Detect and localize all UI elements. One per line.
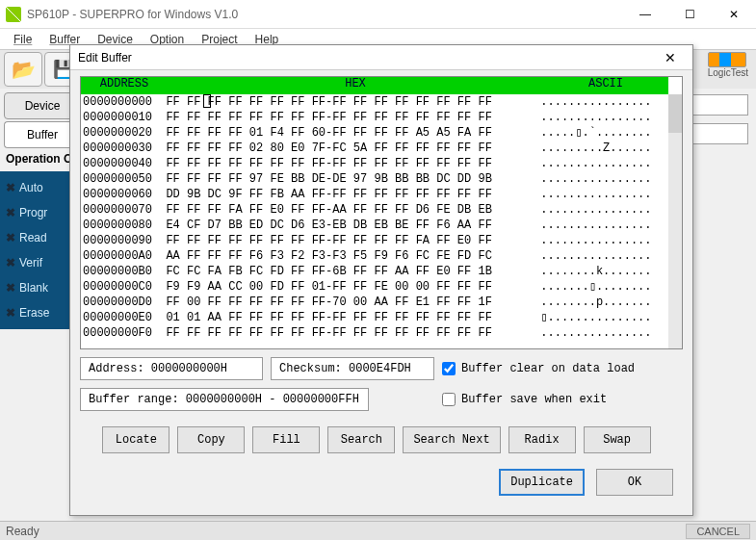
scrollbar[interactable] [668, 94, 682, 348]
copy-button[interactable]: Copy [177, 426, 245, 453]
ok-button[interactable]: OK [596, 469, 673, 496]
locate-button[interactable]: Locate [102, 426, 169, 453]
scrollbar-thumb[interactable] [668, 94, 682, 133]
radix-button[interactable]: Radix [508, 426, 576, 453]
logictest-label: LogicTest [708, 67, 748, 78]
checksum-field: Checksum: 0000E4FDH [271, 357, 434, 380]
window-max-button[interactable]: ☐ [667, 0, 712, 29]
combo-2[interactable] [691, 123, 748, 144]
operation-label: Operation O [6, 152, 72, 166]
duplicate-button[interactable]: Duplicate [499, 469, 585, 496]
x-icon: ✖ [6, 231, 15, 244]
fill-button[interactable]: Fill [252, 426, 320, 453]
header-ascii: ASCII [543, 77, 668, 94]
checkbox-icon[interactable] [442, 362, 456, 375]
swap-button[interactable]: Swap [584, 426, 651, 453]
header-address: ADDRESS [81, 77, 168, 94]
search-button[interactable]: Search [327, 426, 395, 453]
status-text: Ready [6, 525, 39, 538]
buffer-range-field: Buffer range: 0000000000H - 00000000FFH [80, 388, 369, 411]
edit-buffer-dialog: Edit Buffer ✕ ADDRESS HEX ASCII 00000000… [69, 44, 693, 516]
dialog-title: Edit Buffer [78, 51, 656, 64]
x-icon: ✖ [6, 181, 15, 194]
folder-icon: 📂 [12, 58, 36, 81]
checkbox-icon[interactable] [442, 393, 456, 406]
x-icon: ✖ [6, 256, 15, 270]
cancel-button[interactable]: CANCEL [686, 524, 750, 539]
window-close-button[interactable]: ✕ [712, 0, 756, 29]
address-field: Address: 0000000000H [80, 357, 263, 380]
hex-view: ADDRESS HEX ASCII 0000000000 FF FF FF FF… [80, 76, 683, 349]
wave-icon [708, 52, 746, 67]
hex-body[interactable]: 0000000000 FF FF FF FF FF FF FF FF-FF FF… [81, 94, 682, 348]
x-icon: ✖ [6, 306, 15, 320]
window-title: SP610P - SUPERPRO for Windows V1.0 [27, 8, 623, 21]
combo-1[interactable] [691, 94, 748, 116]
x-icon: ✖ [6, 281, 15, 295]
header-hex: HEX [168, 77, 543, 94]
x-icon: ✖ [6, 206, 15, 219]
buffer-clear-checkbox[interactable]: Buffer clear on data load [442, 357, 635, 380]
buffer-save-checkbox[interactable]: Buffer save when exit [442, 388, 607, 411]
search-next-button[interactable]: Search Next [403, 426, 500, 453]
window-min-button[interactable]: — [623, 0, 667, 29]
app-logo-icon [6, 7, 21, 22]
menu-file[interactable]: File [6, 31, 39, 48]
logictest-button[interactable]: LogicTest [708, 52, 748, 78]
dialog-close-button[interactable]: ✕ [656, 50, 685, 65]
toolbar-open-button[interactable]: 📂 [4, 52, 42, 87]
